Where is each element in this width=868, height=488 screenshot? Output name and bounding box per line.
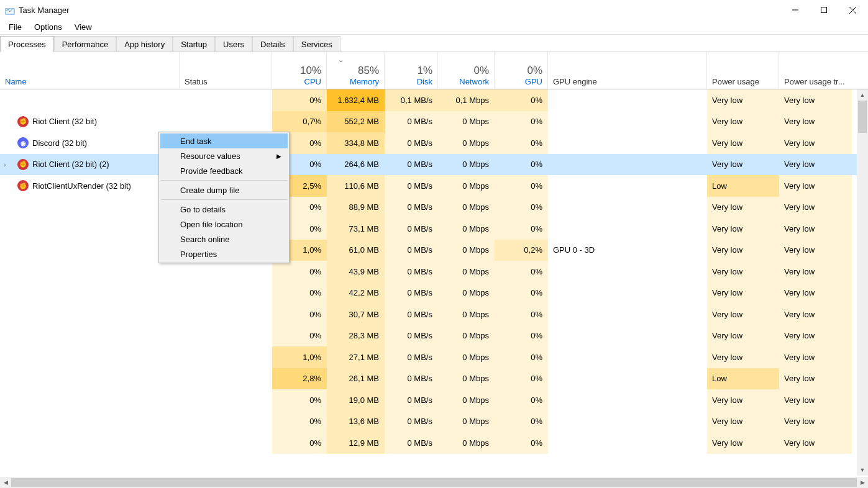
memory-cell: 1.632,4 MB [327, 89, 385, 111]
titlebar: Task Manager [0, 0, 868, 20]
table-row[interactable]: 0%19,0 MB0 MB/s0 Mbps0%Very lowVery low [0, 389, 857, 411]
gpu-pct: 0% [527, 65, 542, 77]
gpu-cell: 0% [495, 154, 548, 176]
col-cpu[interactable]: 10%CPU [272, 52, 327, 89]
tab-services[interactable]: Services [293, 36, 340, 52]
table-row[interactable]: 0%42,2 MB0 MB/s0 Mbps0%Very lowVery low [0, 282, 857, 304]
scroll-right-button[interactable]: ▶ [857, 477, 868, 488]
menu-file[interactable]: File [2, 21, 28, 33]
vertical-scrollbar[interactable]: ▲ ▼ [857, 89, 868, 476]
gpu-engine-cell [548, 132, 707, 154]
table-row[interactable]: 0%73,1 MB0 MB/s0 Mbps0%Very lowVery low [0, 218, 857, 240]
task-manager-window: Task Manager File Options View Processes… [0, 0, 868, 488]
context-menu-search-online[interactable]: Search online [160, 232, 288, 246]
scroll-thumb[interactable] [858, 101, 867, 133]
table-row[interactable]: 0%1.632,4 MB0,1 MB/s0,1 Mbps0%Very lowVe… [0, 89, 857, 111]
table-row[interactable]: ›✊Riot Client (32 bit) (2)0%264,6 MB0 MB… [0, 154, 857, 176]
table-row[interactable]: 0%30,7 MB0 MB/s0 Mbps0%Very lowVery low [0, 304, 857, 325]
table-row[interactable]: 0%28,3 MB0 MB/s0 Mbps0%Very lowVery low [0, 325, 857, 347]
table-row[interactable]: ✊Riot Client (32 bit)0,7%552,2 MB0 MB/s0… [0, 111, 857, 133]
col-status[interactable]: Status [180, 52, 272, 89]
gpu-engine-label: GPU engine [553, 77, 701, 86]
context-menu-go-to-details[interactable]: Go to details [160, 202, 288, 217]
gpu-engine-cell [548, 197, 707, 219]
table-row[interactable]: 0%43,9 MB0 MB/s0 Mbps0%Very lowVery low [0, 261, 857, 282]
table-row[interactable]: ✊RiotClientUxRender (32 bit)2,5%110,6 MB… [0, 175, 857, 197]
col-name[interactable]: Name [0, 52, 180, 89]
col-name-label: Name [5, 77, 174, 86]
table-row[interactable]: 0%12,9 MB0 MB/s0 Mbps0%Very lowVery low [0, 432, 857, 454]
table-row[interactable]: 1,0%61,0 MB0 MB/s0 Mbps0,2%GPU 0 - 3DVer… [0, 240, 857, 261]
context-menu-properties[interactable]: Properties [160, 246, 288, 261]
tab-app-history[interactable]: App history [116, 36, 173, 52]
power-trend-cell: Very low [779, 154, 852, 176]
col-gpu-engine[interactable]: GPU engine [548, 52, 707, 89]
maximize-button[interactable] [810, 0, 838, 20]
col-gpu[interactable]: 0%GPU [495, 52, 548, 89]
memory-cell: 88,9 MB [327, 197, 385, 219]
memory-cell: 42,2 MB [327, 282, 385, 304]
col-memory[interactable]: ⌄85%Memory [327, 52, 385, 89]
power-cell: Very low [707, 218, 779, 240]
table-row[interactable]: 1,0%27,1 MB0 MB/s0 Mbps0%Very lowVery lo… [0, 346, 857, 368]
hscroll-thumb[interactable] [11, 478, 857, 487]
gpu-engine-cell [548, 111, 707, 133]
gpu-cell: 0% [495, 432, 548, 454]
gpu-cell: 0% [495, 89, 548, 111]
tab-startup[interactable]: Startup [173, 36, 215, 52]
tab-processes[interactable]: Processes [0, 36, 54, 52]
power-trend-cell: Very low [779, 389, 852, 411]
power-cell: Very low [707, 411, 779, 433]
col-network[interactable]: 0%Network [438, 52, 495, 89]
scroll-up-button[interactable]: ▲ [857, 89, 868, 101]
process-name-cell [0, 411, 180, 433]
disk-cell: 0 MB/s [385, 368, 438, 390]
context-menu-resource-values[interactable]: Resource values▶ [160, 148, 288, 163]
close-button[interactable] [838, 0, 867, 20]
table-row[interactable]: 2,8%26,1 MB0 MB/s0 Mbps0%LowVery low [0, 368, 857, 390]
context-menu-end-task[interactable]: End task [160, 133, 288, 148]
table-row[interactable]: 0%13,6 MB0 MB/s0 Mbps0%Very lowVery low [0, 411, 857, 433]
memory-cell: 334,8 MB [327, 132, 385, 154]
context-menu-create-dump-file[interactable]: Create dump file [160, 183, 288, 197]
table-row[interactable]: ◉Discord (32 bit)0%334,8 MB0 MB/s0 Mbps0… [0, 132, 857, 154]
power-label: Power usage [712, 77, 774, 86]
table-row[interactable]: 0%88,9 MB0 MB/s0 Mbps0%Very lowVery low [0, 197, 857, 219]
tab-users[interactable]: Users [215, 36, 252, 52]
power-cell: Low [707, 368, 779, 390]
power-cell: Very low [707, 346, 779, 368]
power-trend-cell: Very low [779, 325, 852, 347]
cpu-cell: 1,0% [272, 346, 327, 368]
network-cell: 0 Mbps [438, 389, 495, 411]
power-cell: Very low [707, 132, 779, 154]
menu-options[interactable]: Options [28, 21, 68, 33]
menu-view[interactable]: View [68, 21, 98, 33]
context-menu-provide-feedback[interactable]: Provide feedback [160, 163, 288, 178]
power-cell: Low [707, 175, 779, 197]
power-cell: Very low [707, 111, 779, 133]
col-disk[interactable]: 1%Disk [385, 52, 438, 89]
process-name-cell [0, 368, 180, 390]
cpu-label: CPU [304, 77, 321, 86]
expand-icon[interactable]: › [4, 161, 6, 168]
cpu-cell: 0% [272, 411, 327, 433]
gpu-engine-cell [548, 89, 707, 111]
power-cell: Very low [707, 240, 779, 261]
context-menu-open-file-location[interactable]: Open file location [160, 217, 288, 232]
cpu-cell: 0% [272, 261, 327, 282]
disk-cell: 0 MB/s [385, 132, 438, 154]
col-power[interactable]: Power usage [707, 52, 779, 89]
tab-details[interactable]: Details [252, 36, 293, 52]
memory-cell: 19,0 MB [327, 389, 385, 411]
scroll-down-button[interactable]: ▼ [857, 464, 868, 476]
minimize-button[interactable] [781, 0, 810, 20]
col-power-trend[interactable]: Power usage tr... [779, 52, 852, 89]
tab-performance[interactable]: Performance [54, 36, 116, 52]
horizontal-scrollbar[interactable]: ◀ ▶ [0, 477, 868, 488]
status-cell [180, 89, 272, 111]
scroll-left-button[interactable]: ◀ [0, 477, 11, 488]
network-cell: 0 Mbps [438, 154, 495, 176]
network-cell: 0 Mbps [438, 175, 495, 197]
gpu-engine-cell [548, 154, 707, 176]
power-cell: Very low [707, 432, 779, 454]
